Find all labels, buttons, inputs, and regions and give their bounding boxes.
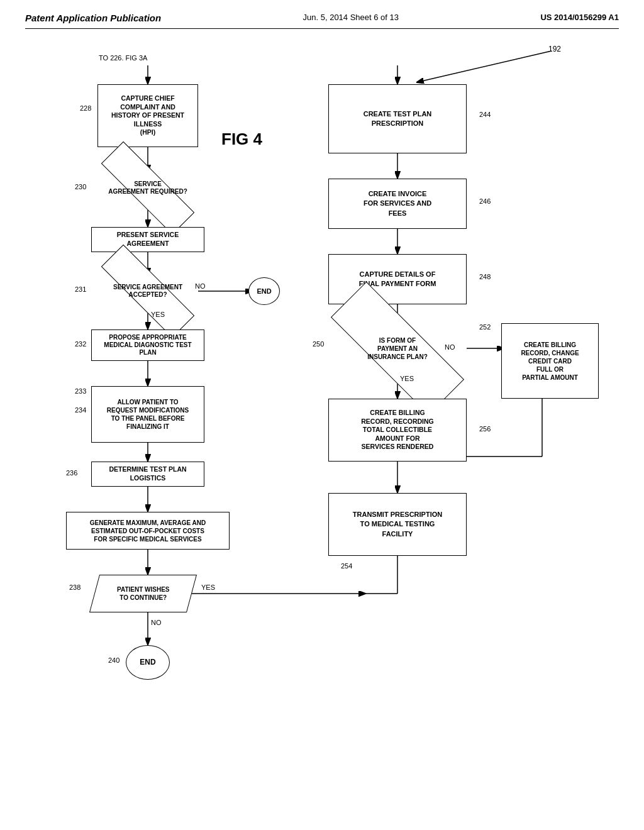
arrow-label-no-231: NO [195,282,206,290]
node-234: ALLOW PATIENT TO REQUEST MODIFICATIONS T… [91,386,204,443]
label-244: 244 [479,111,491,118]
to-label: TO 226. FIG 3A [99,54,147,62]
label-252: 252 [479,323,491,331]
label-231: 231 [75,285,86,293]
node-232: PROPOSE APPROPRIATEMEDICAL DIAGNOSTIC TE… [91,329,204,361]
label-230: 230 [75,183,86,191]
node-230: SERVICEAGREEMENT REQUIRED? [97,172,198,204]
fig-label: FIG 4 [221,130,262,149]
label-250: 250 [313,340,324,348]
node-256: CREATE BILLING RECORD, RECORDING TOTAL C… [328,399,467,462]
diagram-container: FIG 4 192 TO 226. FIG 3A [26,42,618,783]
label-254: 254 [341,562,352,570]
label-236: 236 [66,469,77,477]
arrow-label-no-250: NO [445,343,455,351]
page-header: Patent Application Publication Jun. 5, 2… [25,13,619,29]
label-238: 238 [69,584,80,591]
node-present-service: PRESENT SERVICE AGREEMENT [91,227,204,252]
arrow-label-yes-250: YES [400,375,414,382]
node-252-box: CREATE BILLING RECORD, CHANGE CREDIT CAR… [501,323,599,399]
label-240: 240 [108,656,119,664]
page: Patent Application Publication Jun. 5, 2… [0,0,644,830]
patent-number: US 2014/0156299 A1 [540,13,619,22]
label-246: 246 [479,197,491,205]
node-238: PATIENT WISHESTO CONTINUE? [89,575,197,612]
node-end-middle: END [248,277,280,305]
label-232: 232 [75,340,86,348]
header-date-sheet: Jun. 5, 2014 Sheet 6 of 13 [303,13,399,22]
label-248: 248 [479,273,491,280]
node-end-left: END [126,645,170,680]
node-transmit: TRANSMIT PRESCRIPTION TO MEDICAL TESTING… [328,493,467,556]
node-246: CREATE INVOICE FOR SERVICES AND FEES [328,179,467,229]
node-244: CREATE TEST PLAN PRESCRIPTION [328,84,467,153]
node-generate-max: GENERATE MAXIMUM, AVERAGE AND ESTIMATED … [66,512,230,550]
label-256: 256 [479,425,491,433]
arrow-label-no-238: NO [151,619,162,626]
node-231-diamond: SERVICE AGREEMENTACCEPTED? [97,275,198,307]
node-248: CAPTURE DETAILS OF FINAL PAYMENT FORM [328,254,467,304]
label-234: 234 [75,406,86,414]
node-228: CAPTURE CHIEF COMPLAINT AND HISTORY OF P… [97,84,198,147]
ref-192: 192 [548,45,561,53]
svg-line-22 [416,51,552,82]
publication-label: Patent Application Publication [25,13,161,23]
arrow-label-yes-238: YES [201,584,215,591]
node-236: DETERMINE TEST PLANLOGISTICS [91,462,204,487]
label-228: 228 [80,104,91,112]
arrow-label-yes-231: YES [151,311,165,318]
label-233: 233 [75,387,86,395]
